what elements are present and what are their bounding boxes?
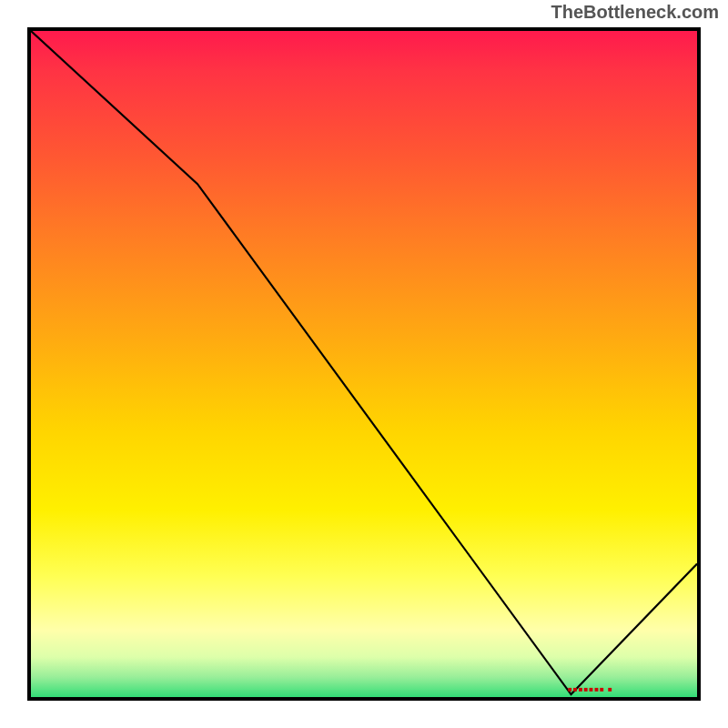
chart-marker-label: ■■■■■■■ ■ [568,685,613,693]
chart-line-path [31,31,697,694]
chart-plot-area: ■■■■■■■ ■ [27,27,701,701]
chart-curve [31,31,697,697]
attribution-text: TheBottleneck.com [551,2,719,23]
